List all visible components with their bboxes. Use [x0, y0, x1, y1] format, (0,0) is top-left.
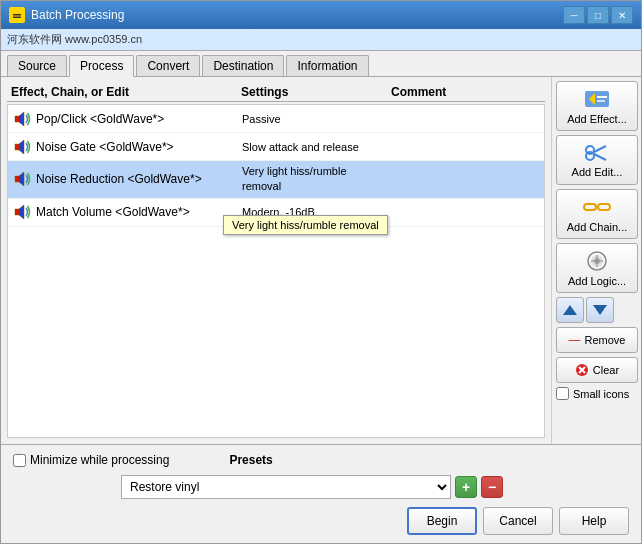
arrow-up-icon [562, 303, 578, 317]
maximize-button[interactable]: □ [587, 6, 609, 24]
move-up-button[interactable] [556, 297, 584, 323]
preset-select[interactable]: Restore vinyl [121, 475, 451, 499]
move-down-button[interactable] [586, 297, 614, 323]
window-controls: ─ □ ✕ [563, 6, 633, 24]
right-panel: Add Effect... Add Edit... Add Chain... [551, 77, 641, 444]
svg-marker-10 [15, 176, 19, 182]
settings-cell-2: Slow attack and release [242, 141, 392, 153]
main-panel: Effect, Chain, or Edit Settings Comment [1, 77, 551, 444]
svg-rect-24 [598, 204, 610, 210]
svg-marker-13 [15, 209, 19, 215]
clear-button[interactable]: Clear [556, 357, 638, 383]
tab-bar: Source Process Convert Destination Infor… [1, 51, 641, 77]
col-effect: Effect, Chain, or Edit [11, 85, 241, 99]
svg-marker-8 [19, 140, 24, 154]
small-icons-label: Small icons [573, 388, 629, 400]
logic-icon [583, 249, 611, 273]
effect-name-4: Match Volume <GoldWave*> [36, 205, 190, 219]
table-row[interactable]: Pop/Click <GoldWave*> Passive [8, 105, 544, 133]
speaker-icon [12, 202, 32, 222]
svg-rect-18 [597, 100, 605, 102]
minimize-checkbox[interactable] [13, 454, 26, 467]
svg-marker-5 [19, 112, 24, 126]
cancel-button[interactable]: Cancel [483, 507, 553, 535]
small-icons-checkbox[interactable] [556, 387, 569, 400]
arrow-down-icon [592, 303, 608, 317]
add-logic-button[interactable]: Add Logic... [556, 243, 638, 293]
minimize-label: Minimize while processing [30, 453, 169, 467]
minimize-button[interactable]: ─ [563, 6, 585, 24]
effect-cell-1: Pop/Click <GoldWave*> [12, 109, 242, 129]
svg-marker-31 [563, 305, 577, 315]
effect-cell-2: Noise Gate <GoldWave*> [12, 137, 242, 157]
add-chain-button[interactable]: Add Chain... [556, 189, 638, 239]
add-effect-button[interactable]: Add Effect... [556, 81, 638, 131]
svg-line-22 [594, 154, 606, 160]
presets-label: Presets [229, 453, 272, 467]
main-window: Batch Processing ─ □ ✕ 河东软件网 www.pc0359.… [0, 0, 642, 544]
preset-add-button[interactable]: + [455, 476, 477, 498]
effect-cell-3: Noise Reduction <GoldWave*> [12, 169, 242, 189]
col-comment: Comment [391, 85, 541, 99]
tab-information[interactable]: Information [286, 55, 368, 76]
begin-button[interactable]: Begin [407, 507, 477, 535]
bottom-panel: Minimize while processing Presets Restor… [1, 444, 641, 543]
svg-rect-1 [13, 14, 21, 16]
clear-icon [575, 363, 589, 377]
minimize-option: Minimize while processing [13, 453, 169, 467]
svg-rect-17 [597, 96, 607, 98]
minus-icon: − [488, 479, 496, 495]
speaker-icon [12, 137, 32, 157]
svg-rect-23 [584, 204, 596, 210]
action-row: Begin Cancel Help [13, 507, 629, 535]
speaker-icon [12, 169, 32, 189]
effects-table[interactable]: Pop/Click <GoldWave*> Passive [7, 104, 545, 438]
bottom-row1: Minimize while processing Presets [13, 453, 629, 467]
move-buttons [556, 297, 637, 323]
presets-row: Restore vinyl + − [121, 475, 629, 499]
svg-marker-7 [15, 144, 19, 150]
settings-cell-3: Very light hiss/rumbleremoval [242, 164, 392, 195]
svg-rect-15 [585, 91, 609, 107]
settings-cell-1: Passive [242, 113, 392, 125]
table-header: Effect, Chain, or Edit Settings Comment [7, 83, 545, 102]
window-title: Batch Processing [31, 8, 563, 22]
svg-marker-11 [19, 172, 24, 186]
help-button[interactable]: Help [559, 507, 629, 535]
title-bar: Batch Processing ─ □ ✕ [1, 1, 641, 29]
svg-marker-4 [15, 116, 19, 122]
scissors-icon [584, 142, 610, 164]
tab-convert[interactable]: Convert [136, 55, 200, 76]
watermark-bar: 河东软件网 www.pc0359.cn [1, 29, 641, 51]
tooltip: Very light hiss/rumble removal [223, 215, 388, 235]
chain-icon [583, 195, 611, 219]
small-icons-option: Small icons [556, 387, 637, 400]
speaker-icon [12, 109, 32, 129]
svg-marker-14 [19, 205, 24, 219]
watermark-text: 河东软件网 www.pc0359.cn [7, 32, 142, 47]
preset-delete-button[interactable]: − [481, 476, 503, 498]
plus-icon: + [462, 479, 470, 495]
add-effect-icon [583, 87, 611, 111]
remove-icon: — [569, 333, 581, 347]
table-row[interactable]: Noise Gate <GoldWave*> Slow attack and r… [8, 133, 544, 161]
effect-name-1: Pop/Click <GoldWave*> [36, 112, 164, 126]
effect-cell-4: Match Volume <GoldWave*> [12, 202, 242, 222]
close-button[interactable]: ✕ [611, 6, 633, 24]
table-row[interactable]: Noise Reduction <GoldWave*> Very light h… [8, 161, 544, 199]
svg-marker-32 [593, 305, 607, 315]
window-icon [9, 7, 25, 23]
remove-button[interactable]: — Remove [556, 327, 638, 353]
effect-name-2: Noise Gate <GoldWave*> [36, 140, 174, 154]
presets-label-container: Presets [229, 453, 272, 467]
tab-source[interactable]: Source [7, 55, 67, 76]
tab-process[interactable]: Process [69, 55, 134, 77]
add-edit-button[interactable]: Add Edit... [556, 135, 638, 185]
col-settings: Settings [241, 85, 391, 99]
svg-line-21 [594, 146, 606, 152]
svg-rect-2 [13, 17, 21, 19]
content-area: Effect, Chain, or Edit Settings Comment [1, 77, 641, 444]
effect-name-3: Noise Reduction <GoldWave*> [36, 172, 202, 186]
tab-destination[interactable]: Destination [202, 55, 284, 76]
